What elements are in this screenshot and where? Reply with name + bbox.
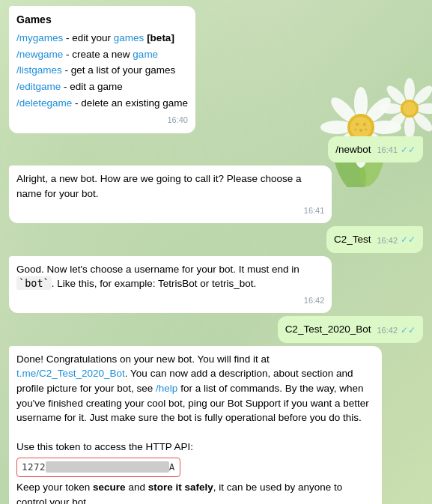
good-timestamp: 16:42 (304, 296, 325, 305)
token-text: 1272████████████████████A (22, 461, 175, 473)
c2testbot-timestamp: 16:42 (377, 325, 398, 337)
secure-label: secure (93, 482, 126, 493)
games-menu-timestamp: 16:40 (167, 115, 188, 124)
c2testbot-bubble: C2_Test_2020_Bot 16:42 ✓✓ (278, 316, 423, 343)
editgame-text: - edit a game (64, 81, 123, 92)
deletegame-link[interactable]: /deletegame (16, 97, 72, 109)
list-item: /newgame - create a new game (16, 46, 188, 63)
chat-container: Games /mygames - edit your games [beta] … (0, 0, 432, 504)
deletegame-text: - delete an existing game (75, 97, 188, 109)
newbot-bubble: /newbot 16:41 ✓✓ (328, 136, 423, 163)
token-note: Keep your token secure and store it safe… (16, 480, 374, 504)
help-link[interactable]: /help (156, 383, 177, 394)
newgame-link[interactable]: /newgame (16, 49, 63, 60)
alright-timestamp: 16:41 (304, 206, 325, 215)
good-bubble: Good. Now let's choose a username for yo… (9, 256, 332, 314)
list-item: /deletegame - delete an existing game (16, 95, 188, 112)
games-menu-bubble: Games /mygames - edit your games [beta] … (9, 6, 195, 133)
newbot-checks: ✓✓ (401, 144, 416, 157)
games-header: Games (16, 12, 188, 27)
newbot-message: /newbot 16:41 ✓✓ (9, 136, 423, 163)
newbot-timestamp: 16:41 (377, 145, 398, 157)
listgames-link[interactable]: /listgames (16, 64, 62, 76)
beta-label: [beta] (147, 32, 174, 43)
code-bot: `bot` (16, 276, 52, 290)
c2test-checks: ✓✓ (401, 234, 416, 246)
alright-message: Alright, a new bot. How are we going to … (9, 166, 423, 223)
c2testbot-checks: ✓✓ (401, 324, 416, 337)
done-intro-text: Done! Congratulations on your new bot. Y… (16, 352, 374, 425)
game-word-link[interactable]: game (133, 49, 158, 60)
command-list: /mygames - edit your games [beta] /newga… (16, 30, 188, 111)
mygames-text: - edit your (66, 32, 114, 43)
newgame-text: - create a new (66, 49, 133, 60)
token-value[interactable]: 1272████████████████████A (16, 458, 180, 477)
alright-text: Alright, a new bot. How are we going to … (16, 173, 301, 199)
alright-bubble: Alright, a new bot. How are we going to … (9, 166, 332, 223)
c2test-bubble: C2_Test 16:42 ✓✓ (326, 226, 423, 253)
c2test-timestamp: 16:42 (377, 235, 398, 247)
done-message: Done! Congratulations on your new bot. Y… (9, 346, 423, 504)
bot-link[interactable]: t.me/C2_Test_2020_Bot (16, 368, 125, 379)
c2testbot-text: C2_Test_2020_Bot (285, 322, 371, 337)
good-text: Good. Now let's choose a username for yo… (16, 264, 299, 290)
good-message: Good. Now let's choose a username for yo… (9, 256, 423, 314)
editgame-link[interactable]: /editgame (16, 81, 61, 92)
newbot-text: /newbot (335, 142, 371, 157)
token-label: Use this token to access the HTTP API: (16, 440, 374, 455)
games-word-link[interactable]: games (114, 32, 144, 43)
c2testbot-message: C2_Test_2020_Bot 16:42 ✓✓ (9, 316, 423, 343)
c2test-text: C2_Test (334, 232, 371, 247)
c2test-message: C2_Test 16:42 ✓✓ (9, 226, 423, 253)
list-item: /mygames - edit your games [beta] (16, 30, 188, 46)
list-item: /editgame - edit a game (16, 79, 188, 95)
listgames-text: - get a list of your games (65, 64, 176, 76)
games-menu-message: Games /mygames - edit your games [beta] … (9, 6, 423, 133)
mygames-link[interactable]: /mygames (16, 32, 63, 43)
list-item: /listgames - get a list of your games (16, 62, 188, 79)
done-bubble: Done! Congratulations on your new bot. Y… (9, 346, 382, 504)
store-label: store it safely (148, 482, 213, 493)
